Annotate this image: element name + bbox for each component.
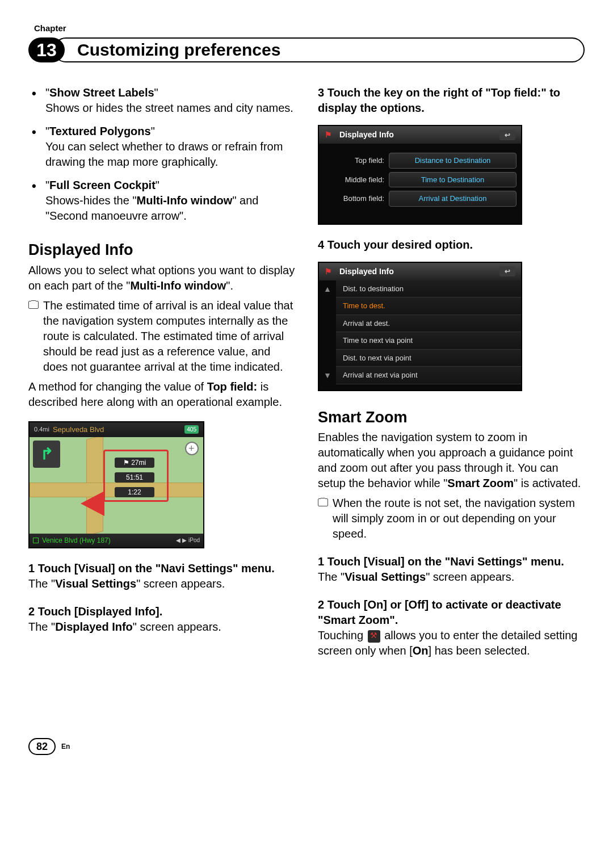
bullet-title: Show Street Labels [49, 86, 154, 99]
t: The " [28, 620, 55, 633]
note: When the route is not set, the navigatio… [318, 496, 585, 542]
bullet-title: Full Screen Cockpit [49, 179, 156, 191]
map-bottom-bar: Venice Blvd (Hwy 187) ◀ ▶ iPod [30, 534, 203, 547]
t: " screen appears. [426, 571, 514, 583]
field-value-button[interactable]: Arrival at Destination [389, 191, 517, 207]
option-item-selected[interactable]: Time to dest. [336, 297, 521, 315]
method-para: A method for changing the value of Top f… [28, 379, 295, 410]
section-smart-zoom: Smart Zoom [318, 407, 585, 427]
option-item[interactable]: Dist. to next via point [336, 350, 521, 367]
chapter-title-wrap: Customizing preferences [53, 37, 585, 62]
flag-icon: ⚑ [325, 129, 333, 140]
section-intro: Enables the navigation system to zoom in… [318, 430, 585, 491]
map-screenshot: 0.4mi Sepulveda Blvd 405 ↱ ⚑ 27mi 51:51 … [28, 421, 204, 548]
bullet-full-screen-cockpit: "Full Screen Cockpit" Shows-hides the "M… [45, 178, 295, 224]
chapter-title: Customizing preferences [66, 39, 280, 62]
step-1-heading: 1 Touch [Visual] on the "Navi Settings" … [28, 561, 295, 576]
step-2-heading: 2 Touch [On] or [Off] to activate or dea… [318, 597, 585, 628]
option-list: Dist. to destination Time to dest. Arriv… [336, 280, 521, 384]
screen-title: Displayed Info [339, 129, 394, 140]
right-column: 3 Touch the key on the right of "Top fie… [318, 85, 585, 659]
page-number-badge: 82 [28, 738, 56, 755]
callout-tail-icon [81, 491, 104, 516]
screen-body: ▲ ▼ Dist. to destination Time to dest. A… [319, 280, 521, 390]
bullet-desc: Shows-hides the "Multi-Info window" and … [45, 193, 295, 224]
t: Touching [318, 629, 367, 641]
bullet-desc: You can select whether to draws or refra… [45, 139, 295, 170]
step-4-heading: 4 Touch your desired option. [318, 237, 585, 253]
t: iPod [188, 537, 200, 543]
t: Smart Zoom [447, 477, 514, 489]
field-row-middle: Middle field: Time to Destination [324, 172, 517, 188]
chapter-label: Chapter [34, 23, 585, 34]
t: Multi-Info window [137, 194, 233, 207]
field-value-button[interactable]: Distance to Destination [389, 153, 517, 169]
gps-position-icon [185, 442, 199, 455]
bullet-list: "Show Street Labels" Shows or hides the … [28, 85, 295, 224]
map-body: ↱ ⚑ 27mi 51:51 1:22 [30, 437, 203, 534]
field-label: Bottom field: [324, 194, 389, 204]
option-item[interactable]: Arrival at next via point [336, 367, 521, 384]
map-distance: 0.4mi [34, 425, 49, 434]
option-item[interactable]: Time to next via point [336, 332, 521, 350]
map-route-shield: 405 [184, 425, 199, 434]
t: Multi-Info window [130, 279, 226, 292]
language-label: En [61, 742, 70, 751]
step-2-desc: Touching allows you to enter the detaile… [318, 628, 585, 659]
step-1-desc: The "Visual Settings" screen appears. [28, 576, 295, 592]
t: A method for changing the value of [28, 380, 207, 393]
back-icon[interactable]: ↩ [499, 266, 515, 276]
settings-tool-icon[interactable] [368, 630, 380, 643]
step-2-heading: 2 Touch [Displayed Info]. [28, 604, 295, 619]
section-intro: Allows you to select what options you wa… [28, 263, 295, 293]
option-item[interactable]: Arrival at dest. [336, 315, 521, 333]
section-displayed-info: Displayed Info [28, 240, 295, 260]
note-text: When the route is not set, the navigatio… [333, 496, 585, 542]
page-footer: 82 En [28, 738, 585, 755]
t: Shows-hides the " [45, 194, 137, 207]
t: Visual Settings [55, 577, 136, 590]
bullet-title: Textured Polygons [49, 125, 151, 137]
field-value-button[interactable]: Time to Destination [389, 172, 517, 188]
t: " screen appears. [136, 577, 225, 590]
callout-box [103, 450, 169, 502]
step-1-heading: 1 Touch [Visual] on the "Navi Settings" … [318, 554, 585, 569]
step-2-desc: The "Displayed Info" screen appears. [28, 619, 295, 635]
scroll-down-icon[interactable]: ▼ [324, 370, 331, 381]
t: The " [28, 577, 55, 590]
bullet-desc: Shows or hides the street names and city… [45, 100, 295, 116]
t: ] has been selected. [429, 644, 530, 657]
scroll-handles[interactable]: ▲ ▼ [319, 280, 336, 384]
map-street-top: Sepulveda Blvd [53, 425, 104, 435]
grid-icon [33, 538, 39, 543]
t: Displayed Info [55, 620, 133, 633]
screen-body: Top field: Distance to Destination Middl… [319, 144, 521, 224]
t: " is activated. [514, 477, 581, 489]
note-icon [318, 498, 328, 506]
note: The estimated time of arrival is an idea… [28, 298, 295, 375]
note-icon [28, 301, 39, 309]
t: Top field: [207, 380, 258, 393]
back-icon[interactable]: ↩ [499, 130, 515, 140]
note-text: The estimated time of arrival is an idea… [43, 298, 295, 375]
field-row-top: Top field: Distance to Destination [324, 153, 517, 169]
option-item[interactable]: Dist. to destination [336, 280, 521, 298]
t: " screen appears. [133, 620, 221, 633]
bullet-show-street-labels: "Show Street Labels" Shows or hides the … [45, 85, 295, 116]
device-screen-option-list: ⚑ Displayed Info ↩ ▲ ▼ Dist. to destinat… [318, 262, 522, 391]
field-label: Top field: [324, 156, 389, 166]
field-label: Middle field: [324, 175, 389, 185]
t: The " [318, 571, 345, 583]
step-1-desc: The "Visual Settings" screen appears. [318, 569, 585, 585]
screen-title-bar: ⚑ Displayed Info ↩ [319, 263, 521, 280]
step-3-heading: 3 Touch the key on the right of "Top fie… [318, 85, 585, 116]
scroll-up-icon[interactable]: ▲ [324, 284, 331, 295]
chapter-number-badge: 13 [28, 37, 65, 62]
t: ". [226, 279, 233, 292]
chapter-header: 13 Customizing preferences [28, 37, 585, 62]
flag-icon: ⚑ [325, 266, 333, 277]
field-row-bottom: Bottom field: Arrival at Destination [324, 191, 517, 207]
t: Visual Settings [345, 571, 426, 583]
left-column: "Show Street Labels" Shows or hides the … [28, 85, 295, 659]
screen-title-bar: ⚑ Displayed Info ↩ [319, 126, 521, 144]
